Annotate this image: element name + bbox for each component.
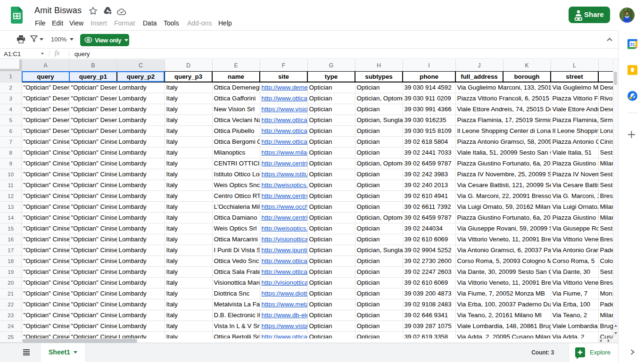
svg-text:31: 31 xyxy=(630,42,635,47)
